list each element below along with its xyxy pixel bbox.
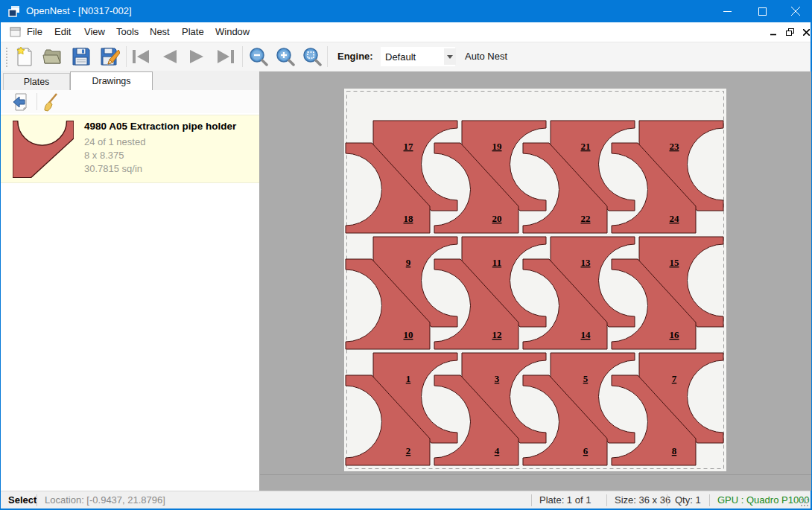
zoom-extents-button[interactable] bbox=[300, 45, 324, 68]
toolbar-separator bbox=[126, 46, 127, 67]
open-button[interactable] bbox=[41, 45, 65, 68]
child-close-button[interactable] bbox=[799, 25, 812, 39]
status-size: Size: 36 x 36 bbox=[615, 494, 670, 506]
import-drawing-icon bbox=[12, 93, 30, 111]
minimize-button[interactable] bbox=[710, 0, 744, 22]
zoom-in-button[interactable] bbox=[273, 45, 297, 68]
previous-plate-button[interactable] bbox=[157, 45, 181, 68]
part-number-label: 16 bbox=[670, 329, 680, 340]
part-number-label: 10 bbox=[404, 329, 413, 340]
part-number-label: 7 bbox=[672, 373, 677, 384]
document-window-icon[interactable] bbox=[10, 26, 22, 38]
resize-grip[interactable] bbox=[800, 498, 809, 507]
drawings-toolbar bbox=[1, 90, 259, 113]
first-plate-button[interactable] bbox=[129, 45, 153, 68]
engine-value: Default bbox=[385, 51, 416, 63]
save-as-button[interactable] bbox=[98, 45, 121, 68]
menu-tools[interactable]: Tools bbox=[116, 26, 139, 37]
toolbar-grip[interactable] bbox=[5, 47, 8, 67]
part-number-label: 22 bbox=[581, 213, 591, 224]
chevron-down-icon bbox=[447, 55, 453, 59]
part-number-label: 13 bbox=[581, 257, 591, 268]
menu-window[interactable]: Window bbox=[215, 26, 250, 37]
toolbar-separator bbox=[327, 46, 328, 67]
main-toolbar: Engine: Default Auto Nest bbox=[1, 42, 811, 71]
clear-drawings-button[interactable] bbox=[39, 92, 62, 112]
part-number-label: 11 bbox=[492, 257, 501, 268]
status-mode: Select bbox=[8, 494, 37, 506]
new-nest-button[interactable] bbox=[13, 45, 37, 68]
canvas-divider bbox=[260, 474, 811, 475]
status-gpu: GPU : Quadro P1000 bbox=[717, 494, 810, 506]
save-icon bbox=[72, 47, 91, 66]
maximize-button[interactable] bbox=[745, 0, 779, 22]
app-window: OpenNest - [N0317-002] File Edit View To… bbox=[0, 0, 812, 510]
engine-dropdown-arrow[interactable] bbox=[444, 48, 456, 65]
part-number-label: 3 bbox=[495, 373, 500, 384]
status-separator bbox=[37, 494, 37, 506]
tab-plates[interactable]: Plates bbox=[3, 73, 70, 90]
part-number-label: 15 bbox=[670, 257, 680, 268]
child-restore-button[interactable] bbox=[783, 25, 796, 39]
next-plate-button[interactable] bbox=[185, 45, 209, 68]
save-button[interactable] bbox=[69, 45, 93, 68]
child-minimize-button[interactable] bbox=[767, 25, 780, 39]
title-bar: OpenNest - [N0317-002] bbox=[1, 0, 811, 22]
app-icon bbox=[8, 5, 20, 17]
menu-plate[interactable]: Plate bbox=[182, 26, 204, 37]
open-folder-icon bbox=[42, 47, 63, 66]
previous-arrow-icon bbox=[160, 49, 178, 64]
next-arrow-icon bbox=[188, 49, 206, 64]
menu-edit[interactable]: Edit bbox=[54, 26, 71, 37]
broom-icon bbox=[42, 92, 60, 112]
zoom-out-button[interactable] bbox=[247, 45, 270, 68]
save-edit-icon bbox=[100, 47, 120, 66]
part-number-label: 1 bbox=[406, 373, 411, 384]
zoom-out-icon bbox=[249, 47, 268, 66]
last-plate-button[interactable] bbox=[214, 45, 238, 68]
status-separator bbox=[531, 494, 532, 506]
close-button[interactable] bbox=[778, 0, 812, 22]
part-number-label: 5 bbox=[583, 373, 589, 384]
panel-tabs: Plates Drawings bbox=[1, 71, 259, 90]
part-number-label: 20 bbox=[492, 213, 502, 224]
status-qty: Qty: 1 bbox=[675, 494, 701, 506]
part-number-label: 17 bbox=[404, 141, 414, 152]
left-panel: Plates Drawings bbox=[1, 71, 260, 491]
tab-drawings[interactable]: Drawings bbox=[70, 71, 153, 90]
toolbar-separator bbox=[242, 46, 243, 67]
new-document-icon bbox=[15, 46, 34, 67]
status-plate: Plate: 1 of 1 bbox=[539, 494, 591, 506]
drawing-list-item[interactable]: 4980 A05 Extraction pipe holder 24 of 1 … bbox=[1, 115, 259, 183]
part-number-label: 12 bbox=[492, 329, 502, 340]
last-arrow-icon bbox=[216, 49, 235, 64]
plate-view[interactable]: 171819202122232491011121314151612345678 bbox=[260, 71, 811, 491]
menu-file[interactable]: File bbox=[27, 26, 42, 37]
status-separator bbox=[709, 494, 710, 506]
part-number-label: 18 bbox=[404, 213, 414, 224]
part-number-label: 2 bbox=[406, 445, 411, 456]
menu-view[interactable]: View bbox=[84, 26, 105, 37]
part-number-label: 19 bbox=[492, 141, 503, 152]
part-number-label: 21 bbox=[581, 141, 591, 152]
auto-nest-button[interactable]: Auto Nest bbox=[460, 49, 512, 63]
part-number-label: 8 bbox=[672, 445, 677, 456]
part-number-label: 6 bbox=[583, 445, 589, 456]
import-drawing-button[interactable] bbox=[10, 92, 32, 112]
status-location: Location: [-0.9437, 21.8796] bbox=[45, 494, 165, 506]
menu-bar: File Edit View Tools Nest Plate Window bbox=[1, 22, 811, 42]
part-number-label: 4 bbox=[495, 445, 500, 456]
engine-label: Engine: bbox=[337, 51, 373, 62]
window-title: OpenNest - [N0317-002] bbox=[26, 5, 132, 16]
status-separator bbox=[667, 494, 667, 506]
nest-canvas[interactable]: 171819202122232491011121314151612345678 bbox=[260, 71, 811, 491]
menu-nest[interactable]: Nest bbox=[150, 26, 170, 37]
status-separator bbox=[606, 494, 607, 506]
zoom-in-icon bbox=[276, 47, 295, 66]
drawing-nested-count: 24 of 1 nested bbox=[84, 136, 145, 147]
drawing-title: 4980 A05 Extraction pipe holder bbox=[84, 121, 236, 132]
status-bar: Select Location: [-0.9437, 21.8796] Plat… bbox=[1, 491, 811, 509]
drawing-thumbnail bbox=[13, 121, 74, 180]
part-number-label: 23 bbox=[670, 141, 680, 152]
first-arrow-icon bbox=[131, 49, 150, 64]
